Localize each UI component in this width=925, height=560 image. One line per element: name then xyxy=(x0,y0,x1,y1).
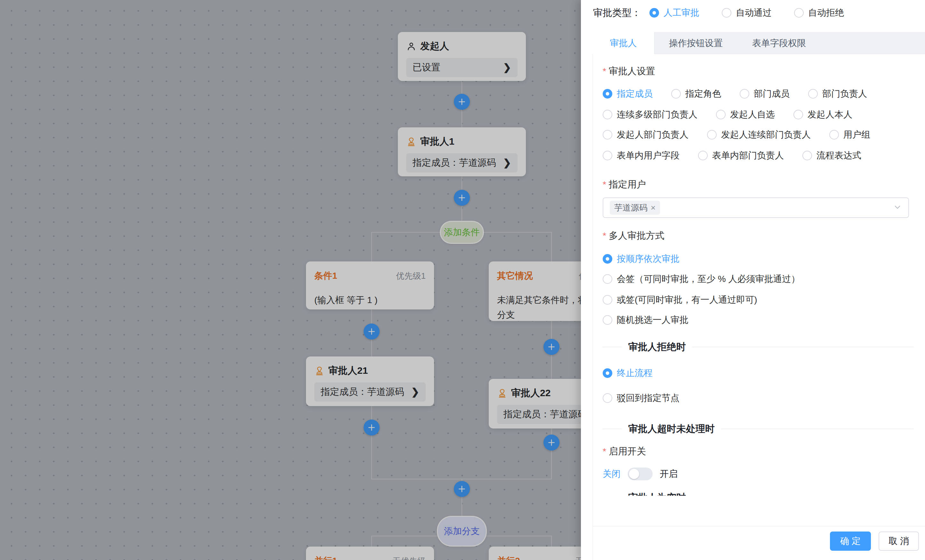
radio-initiator-self[interactable]: 发起人本人 xyxy=(794,108,852,120)
modal-dim-overlay xyxy=(0,0,581,560)
config-tabs: 审批人 操作按钮设置 表单字段权限 xyxy=(592,32,925,54)
section-divider-reject: 审批人拒绝时 xyxy=(603,340,914,353)
chevron-down-icon xyxy=(893,203,902,213)
multi-mode-option: 或签(可同时审批，有一人通过即可) xyxy=(603,294,757,306)
approver-option-row: 指定成员 指定角色 部门成员 部门负责人 xyxy=(603,87,867,100)
assign-user-label: * 指定用户 xyxy=(603,178,646,191)
radio-dot xyxy=(649,8,659,18)
radio-manual-approval[interactable]: 人工审批 xyxy=(649,7,699,19)
radio-form-user-field[interactable]: 表单内用户字段 xyxy=(603,149,679,162)
radio-user-group[interactable]: 用户组 xyxy=(829,129,870,141)
radio-terminate-process[interactable]: 终止流程 xyxy=(603,367,652,379)
approver-option-row: 发起人部门负责人 发起人连续部门负责人 用户组 xyxy=(603,128,870,141)
radio-dept-leader[interactable]: 部门负责人 xyxy=(808,88,867,100)
radio-assign-member[interactable]: 指定成员 xyxy=(603,88,652,100)
enable-switch-label: * 启用开关 xyxy=(603,445,646,458)
bpm-designer-screen: 发起人 已设置 ❯ 审批人1 指定成员：芋道 xyxy=(0,0,925,560)
reject-option: 驳回到指定节点 xyxy=(603,392,679,405)
drawer-scroll-area[interactable]: * 审批人设置 指定成员 指定角色 部门成员 部门负责人 连续多级部门负责人 发… xyxy=(581,54,925,496)
approval-type-row: 审批类型： 人工审批 自动通过 自动拒绝 xyxy=(593,4,844,22)
radio-orsign[interactable]: 或签(可同时审批，有一人通过即可) xyxy=(603,294,757,306)
approval-type-label: 审批类型： xyxy=(593,6,641,20)
approver-option-row: 连续多级部门负责人 发起人自选 发起人本人 xyxy=(603,108,852,121)
multi-mode-option: 会签（可同时审批，至少 % 人必须审批通过） xyxy=(603,272,800,285)
radio-countersign[interactable]: 会签（可同时审批，至少 % 人必须审批通过） xyxy=(603,273,800,285)
radio-auto-reject[interactable]: 自动拒绝 xyxy=(794,7,844,19)
radio-initiator-choose[interactable]: 发起人自选 xyxy=(716,108,775,120)
radio-dept-member[interactable]: 部门成员 xyxy=(740,88,789,100)
radio-random-one[interactable]: 随机挑选一人审批 xyxy=(603,314,688,326)
radio-auto-approve[interactable]: 自动通过 xyxy=(722,7,772,19)
section-divider-timeout: 审批人超时未处理时 xyxy=(603,422,914,435)
selected-user-tag[interactable]: 芋道源码 × xyxy=(610,201,660,215)
cancel-button[interactable]: 取 消 xyxy=(878,531,919,551)
tag-close-icon[interactable]: × xyxy=(651,203,655,212)
assign-user-select[interactable]: 芋道源码 × xyxy=(603,197,909,218)
radio-initiator-dept-leader[interactable]: 发起人部门负责人 xyxy=(603,129,688,141)
tab-approver[interactable]: 审批人 xyxy=(592,32,655,54)
enable-toggle[interactable] xyxy=(628,468,652,480)
section-divider-empty: 审批人为空时 xyxy=(603,491,914,496)
multi-mode-label: * 多人审批方式 xyxy=(603,229,664,242)
approval-config-drawer: 审批类型： 人工审批 自动通过 自动拒绝 审批人 操作按钮设置 表单字段权限 xyxy=(581,0,925,560)
approver-setting-label: * 审批人设置 xyxy=(603,65,655,78)
switch-off-label: 关闭 xyxy=(603,468,621,480)
radio-return-to-node[interactable]: 驳回到指定节点 xyxy=(603,392,679,404)
radio-assign-role[interactable]: 指定角色 xyxy=(671,88,721,100)
multi-mode-option: 按顺序依次审批 xyxy=(603,253,679,265)
tab-form-permissions[interactable]: 表单字段权限 xyxy=(737,32,821,54)
radio-process-expression[interactable]: 流程表达式 xyxy=(802,149,861,162)
switch-on-label: 开启 xyxy=(660,468,678,480)
radio-sequential-approval[interactable]: 按顺序依次审批 xyxy=(603,253,679,265)
enable-switch-row: 关闭 开启 xyxy=(603,468,678,480)
multi-mode-option: 随机挑选一人审批 xyxy=(603,314,688,327)
approver-option-row: 表单内用户字段 表单内部门负责人 流程表达式 xyxy=(603,149,861,162)
confirm-button[interactable]: 确 定 xyxy=(830,531,871,551)
radio-dot xyxy=(722,8,731,18)
reject-option: 终止流程 xyxy=(603,367,652,379)
toggle-knob xyxy=(629,469,639,479)
radio-initiator-multi-dept-leader[interactable]: 发起人连续部门负责人 xyxy=(707,129,811,141)
radio-form-dept-leader[interactable]: 表单内部门负责人 xyxy=(698,149,784,162)
tab-action-buttons[interactable]: 操作按钮设置 xyxy=(655,32,737,54)
radio-dot xyxy=(794,8,804,18)
radio-multi-level-dept-leader[interactable]: 连续多级部门负责人 xyxy=(603,108,698,120)
workflow-canvas: 发起人 已设置 ❯ 审批人1 指定成员：芋道 xyxy=(0,0,581,560)
